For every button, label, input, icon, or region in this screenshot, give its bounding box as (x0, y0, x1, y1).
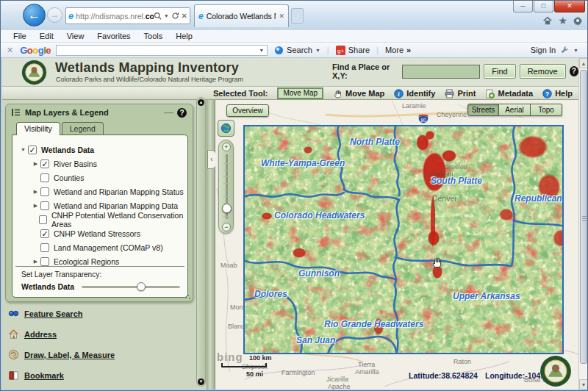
expand-arrow-icon[interactable]: ▶ (31, 189, 40, 195)
menu-item-favorites[interactable]: Favorites (90, 32, 137, 40)
tool-help[interactable]: ?Help (542, 89, 573, 98)
layer-checkbox[interactable]: ✓ (28, 146, 37, 154)
google-options-dropdown-icon[interactable]: ▼ (573, 48, 578, 53)
tool-print[interactable]: Print (445, 89, 476, 98)
city-label-apache: Apache (328, 383, 351, 390)
tree-row: Land Management (COMaP v8) (15, 240, 184, 254)
collapse-arrow-icon[interactable]: ▼ (18, 147, 28, 152)
google-input-dropdown-icon[interactable]: ▼ (259, 48, 264, 53)
sidebar-link-bookmark[interactable]: Bookmark (8, 370, 192, 381)
remove-button[interactable]: Remove (520, 64, 566, 79)
menu-item-file[interactable]: File (7, 32, 33, 40)
selected-tool-value: Move Map (277, 87, 323, 99)
maximize-button[interactable]: □ (534, 1, 553, 12)
menu-item-edit[interactable]: Edit (33, 32, 60, 40)
tab-close-icon[interactable]: ✕ (279, 12, 284, 20)
search-icon[interactable] (154, 12, 162, 20)
basemap-button-streets[interactable]: Streets (467, 104, 499, 116)
new-tab-button[interactable] (291, 8, 304, 24)
panel-help-icon[interactable]: ? (177, 108, 187, 118)
city-label-jicarilla: Jicarilla (326, 376, 348, 383)
slider-thumb[interactable] (137, 282, 146, 291)
find-place-input[interactable] (402, 65, 480, 79)
scrollbar-thumb[interactable] (580, 70, 587, 364)
forward-button[interactable]: → (47, 7, 62, 23)
settings-gear-icon[interactable] (573, 15, 583, 26)
transparency-slider[interactable] (82, 281, 180, 292)
expand-arrow-icon[interactable]: ▶ (31, 203, 40, 209)
basin-label-republican: Republican (514, 193, 562, 204)
layer-checkbox[interactable] (40, 173, 49, 182)
sidebar-link-draw-label-measure[interactable]: Draw, Label, & Measure (8, 349, 192, 360)
google-search-input[interactable]: ▼ (56, 45, 268, 56)
zoom-in-icon[interactable]: + (222, 143, 231, 151)
google-search-button[interactable]: Search▼ (274, 46, 320, 55)
tab-legend[interactable]: Legend (62, 122, 104, 135)
globe-zoom-icon[interactable] (218, 120, 234, 137)
layers-list-icon (12, 108, 21, 117)
google-toolbar-close-icon[interactable]: ✕ (7, 46, 13, 55)
scroll-down-icon[interactable]: ▼ (198, 379, 204, 385)
sidebar-link-address[interactable]: Address (8, 329, 192, 340)
overview-button[interactable]: Overview (226, 104, 269, 117)
layer-checkbox[interactable] (40, 243, 49, 252)
basemap-button-aerial[interactable]: Aerial (499, 104, 531, 116)
google-plus-icon: g+ (336, 46, 345, 55)
zoom-out-icon[interactable]: − (222, 223, 231, 232)
tool-identify[interactable]: iIdentify (394, 89, 435, 98)
scale-km-label: 100 km (249, 354, 272, 362)
bookmark-icon (8, 370, 19, 381)
google-search-icon (274, 46, 284, 55)
find-button[interactable]: Find (484, 64, 515, 79)
back-button[interactable]: ← (23, 4, 46, 26)
minimize-button[interactable]: ─ (513, 1, 533, 12)
basin-labels: North PlatteWhite-Yampa-GreenSouth Platt… (245, 126, 564, 354)
layer-checkbox[interactable] (39, 215, 47, 224)
map-viewport[interactable]: 80 (215, 100, 578, 390)
sidebar-link-feature-search[interactable]: Feature Search (8, 308, 192, 319)
tab-visibility[interactable]: Visibility (16, 122, 60, 135)
tool-label: Metadata (498, 89, 533, 98)
wrench-icon[interactable] (560, 46, 569, 54)
layer-checkbox[interactable] (40, 201, 49, 210)
layer-checkbox[interactable]: ✓ (40, 159, 49, 168)
google-more-button[interactable]: More» (385, 46, 411, 54)
browser-tab[interactable]: e Colorado Wetlands Mappin... ✕ (194, 4, 289, 27)
wetlands-overlay: GreeleyLongmontDenver (243, 125, 564, 354)
expand-arrow-icon[interactable]: ▶ (31, 259, 40, 265)
tool-metadata[interactable]: Metadata (485, 89, 533, 98)
google-signin-link[interactable]: Sign In (531, 46, 556, 54)
refresh-icon[interactable] (171, 12, 179, 20)
zoom-thumb[interactable] (222, 204, 232, 213)
stop-icon[interactable]: ✕ (182, 12, 187, 20)
address-bar[interactable]: e http://ndismaps.nrel.colostate.edu/we … (65, 7, 190, 24)
layer-checkbox[interactable]: ✓ (40, 229, 49, 238)
transparency-label: Set Layer Transparency: (21, 270, 101, 279)
panel-minimize-icon[interactable]: ── (164, 109, 173, 117)
tool-move-map[interactable]: Move Map (333, 89, 384, 98)
home-icon[interactable] (542, 15, 553, 26)
expand-arrow-icon[interactable]: ▶ (31, 161, 40, 167)
zoom-slider[interactable]: + − (218, 140, 234, 234)
favorites-icon[interactable]: ★ (558, 15, 567, 26)
layer-checkbox[interactable] (40, 257, 49, 266)
address-dropdown-icon[interactable]: ▼ (164, 13, 169, 18)
basin-label-gunnison: Gunnison (298, 268, 340, 279)
cpw-logo-map (539, 355, 572, 387)
panel-splitter[interactable]: ‹ (207, 100, 215, 390)
close-button[interactable]: ✕ (554, 1, 585, 12)
panel-scrollbar[interactable]: ▲ ▼ (196, 97, 206, 387)
tool-label: Move Map (345, 89, 384, 98)
scroll-up-icon[interactable]: ▲ (198, 99, 204, 106)
menu-item-help[interactable]: Help (169, 32, 199, 40)
layer-checkbox[interactable] (40, 187, 49, 196)
layer-label: Wetland and Riparian Mapping Data (54, 201, 178, 210)
basemap-button-topo[interactable]: Topo (531, 104, 562, 116)
transparency-layer-name: Wetlands Data (21, 282, 74, 291)
find-help-icon[interactable]: ? (570, 66, 578, 76)
menu-item-view[interactable]: View (60, 32, 91, 40)
sidebar-link-label: Address (24, 330, 57, 339)
page-scrollbar[interactable]: ▲ ▼ (578, 58, 587, 390)
google-share-button[interactable]: g+ Share (336, 46, 370, 55)
menu-item-tools[interactable]: Tools (137, 32, 170, 40)
